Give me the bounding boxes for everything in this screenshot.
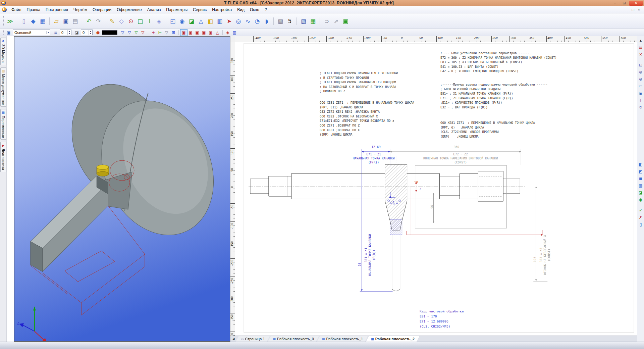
menu-item[interactable]: Вид — [234, 6, 247, 13]
page-combo[interactable]: Основной ▾ — [13, 30, 50, 35]
menu-item[interactable]: Окно — [247, 6, 262, 13]
construction-node[interactable]: ⊙ — [126, 16, 136, 26]
restore-button[interactable]: ◱ — [620, 1, 629, 6]
blend-operation[interactable]: ◗ — [262, 16, 271, 26]
drawing-canvas[interactable]: ; ТЕКСТ ПОДПРОГРАММЫ НАЧИНАЕТСЯ С УСТАНО… — [235, 42, 637, 336]
workplane[interactable]: ◇ — [117, 16, 126, 26]
fastener[interactable]: ◧ — [206, 16, 215, 26]
mdi-restore-button[interactable]: ◱ — [630, 7, 636, 12]
cancel[interactable]: ✗ — [638, 214, 644, 221]
filter-apply[interactable]: ▽ — [133, 30, 140, 36]
layer-spinner[interactable]: 0 ▲▼ — [60, 30, 71, 35]
calculator[interactable]: ▦ — [308, 16, 318, 26]
menu-item[interactable]: ? — [262, 6, 270, 13]
revolution[interactable]: ◉ — [177, 16, 187, 26]
page-preview[interactable]: ▯ — [638, 221, 644, 228]
menu-item[interactable]: Файл — [9, 6, 24, 13]
tab-page-1[interactable]: ▭ Страница 1 — [236, 336, 270, 342]
hole-operation[interactable]: ◎ — [234, 16, 243, 26]
style-spinner[interactable]: 0 ▲▼ — [81, 30, 93, 35]
rotate-view[interactable]: ↻ — [638, 104, 644, 111]
solid-preview[interactable]: ◈ — [224, 30, 231, 36]
tolerance-elements[interactable]: △ — [214, 30, 221, 36]
pan[interactable]: + — [638, 97, 644, 104]
sketch[interactable]: ✎ — [107, 16, 117, 26]
close-document[interactable]: × — [638, 51, 644, 58]
apply[interactable]: ✓ — [638, 207, 644, 214]
snap-axis[interactable]: ⊢ — [157, 30, 163, 36]
close-button[interactable]: × — [629, 1, 643, 6]
mdi-close-button[interactable]: × — [636, 7, 642, 12]
array-copy[interactable]: ▥ — [215, 16, 224, 26]
wireframe-mode[interactable]: ▦ — [638, 183, 644, 189]
new-from-prototype[interactable]: ▦ — [38, 16, 47, 26]
print[interactable]: ▤ — [70, 16, 80, 26]
tab-diagnostics[interactable]: ▶ Диагностика — [0, 142, 6, 172]
draw-on-page[interactable]: ▣ — [180, 30, 187, 36]
extrusion[interactable]: ◰ — [168, 16, 177, 26]
attach-file[interactable]: ⊃ — [322, 16, 331, 26]
document-info[interactable]: ▤ — [638, 44, 644, 51]
tab-workplane-2[interactable]: ▦ Рабочая плоскость_2 — [366, 336, 420, 342]
open-document[interactable]: ▱ — [52, 16, 61, 26]
redo[interactable]: ↷ — [94, 16, 103, 26]
tab-workplane-1[interactable]: ▦ Рабочая плоскость_1 — [317, 336, 368, 342]
draw-on-workplane-1[interactable]: ▣ — [194, 30, 201, 36]
menu-item[interactable]: Анализ — [145, 6, 164, 13]
tab-document-menu[interactable]: ▤ Меню документов — [0, 67, 6, 107]
selector-filter[interactable]: ▽ — [119, 30, 126, 36]
sections[interactable]: ◪ — [638, 190, 644, 196]
draw-on-workplane-3[interactable]: ▣ — [207, 30, 214, 36]
zoom-window[interactable]: ▭ — [638, 83, 644, 90]
view-isometric[interactable]: ◩ — [638, 168, 644, 175]
spinner-arrows[interactable]: ▲▼ — [89, 30, 92, 35]
hyperlink[interactable]: ⇗ — [331, 16, 341, 26]
coordinate-system[interactable]: ⊥ — [145, 16, 154, 26]
view-front[interactable]: ◧ — [638, 161, 644, 168]
3d-viewport[interactable]: Z X — [14, 36, 230, 342]
toolbar-grip[interactable] — [3, 16, 4, 26]
filter-list[interactable]: ▽ — [126, 30, 133, 36]
assembly-structure[interactable]: ▩ — [276, 16, 285, 26]
scroll-up[interactable]: ▴ — [638, 37, 644, 44]
workplane-3d[interactable]: ◈ — [154, 16, 164, 26]
menu-item[interactable]: Параметры — [163, 6, 190, 13]
filter-clear[interactable]: ▽ — [140, 30, 146, 36]
snap-plane[interactable]: ▽ — [163, 30, 170, 36]
color-palette[interactable]: ● — [95, 30, 101, 36]
measure[interactable]: 5 — [285, 16, 294, 26]
zoom-out[interactable]: ⊖ — [638, 76, 644, 83]
menu-item[interactable]: Настройка — [209, 6, 234, 13]
draw-on-workplane-2[interactable]: ▣ — [201, 30, 207, 36]
menu-item[interactable]: Оформление — [114, 6, 144, 13]
zoom-in[interactable]: ⊕ — [638, 69, 644, 76]
external-model[interactable]: ▥ — [231, 30, 238, 36]
tab-workplane-0[interactable]: ▦ Рабочая плоскость_0 — [268, 336, 319, 342]
mdi-minimize-button[interactable]: – — [624, 7, 630, 12]
save-document[interactable]: ▣ — [61, 16, 70, 26]
zoom-all[interactable]: ▣ — [638, 90, 644, 97]
rotate-operation[interactable]: ➤ — [224, 16, 234, 26]
tabs-scroll-left-icon[interactable]: ◀ — [231, 336, 236, 342]
menu-item[interactable]: Сервис — [190, 6, 209, 13]
page-manager[interactable]: ▣ — [5, 30, 12, 36]
toolbar-grip[interactable] — [3, 30, 4, 35]
chevron-down-icon[interactable]: ▾ — [46, 31, 50, 34]
minimize-button[interactable]: – — [610, 1, 619, 6]
pages[interactable]: ▣ — [341, 16, 350, 26]
tab-variables[interactable]: ▦ Переменные — [0, 109, 6, 140]
layers[interactable]: ≡ — [52, 30, 59, 36]
boolean-operation[interactable]: ◪ — [187, 16, 196, 26]
sweep[interactable]: ∿ — [243, 16, 253, 26]
menu-item[interactable]: Чертёж — [71, 6, 90, 13]
line-style[interactable]: ◪ — [73, 30, 80, 36]
loft[interactable]: △ — [196, 16, 206, 26]
customize[interactable]: ≫ — [5, 16, 15, 26]
document-preview[interactable]: ▧ — [299, 16, 308, 26]
materials[interactable]: ◉ — [638, 197, 644, 203]
zoom-select[interactable]: ⊡ — [638, 62, 644, 68]
tab-3d-model[interactable]: ❖ 3D Модель — [0, 38, 6, 65]
undo[interactable]: ↶ — [84, 16, 94, 26]
spinner-arrows[interactable]: ▲▼ — [67, 30, 71, 35]
shaded-mode[interactable]: ◼ — [638, 176, 644, 182]
